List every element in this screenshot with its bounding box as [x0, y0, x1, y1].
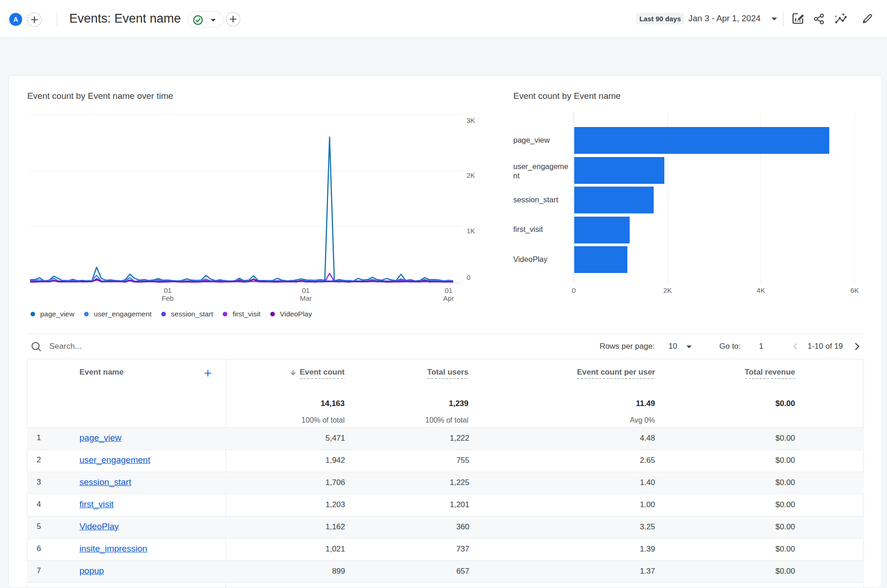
svg-text:1K: 1K [467, 227, 475, 235]
svg-text:01: 01 [164, 286, 172, 294]
svg-text:0: 0 [572, 286, 576, 294]
svg-text:Mar: Mar [300, 294, 312, 302]
svg-text:Apr: Apr [443, 294, 454, 302]
svg-text:01: 01 [445, 286, 453, 294]
svg-text:2K: 2K [467, 171, 475, 179]
svg-text:6K: 6K [851, 286, 859, 294]
svg-text:2K: 2K [663, 286, 672, 294]
svg-text:0: 0 [467, 273, 470, 281]
svg-text:01: 01 [302, 286, 310, 294]
svg-text:3K: 3K [467, 116, 475, 124]
svg-text:4K: 4K [757, 286, 765, 294]
svg-text:Feb: Feb [162, 294, 174, 302]
